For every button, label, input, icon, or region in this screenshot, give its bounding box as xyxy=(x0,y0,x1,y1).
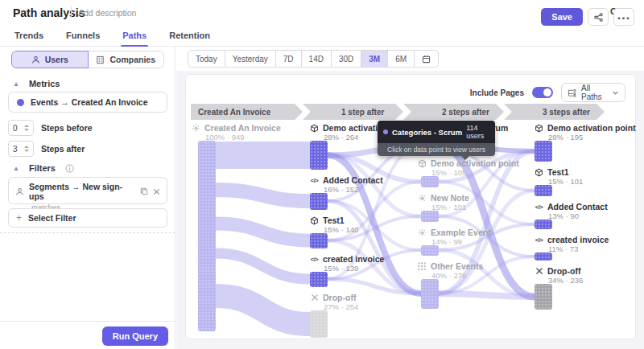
date-range-14d[interactable]: 14D xyxy=(302,50,332,68)
node-bar[interactable] xyxy=(421,176,439,187)
tab-funnels[interactable]: Funnels xyxy=(64,26,101,45)
close-icon xyxy=(153,188,160,195)
node-name: Added Contact xyxy=(547,202,608,211)
entity-toggle-companies[interactable]: Companies xyxy=(89,51,165,68)
collapse-chevron-icon: ▲ xyxy=(13,80,19,88)
node-name: Test1 xyxy=(323,216,345,225)
path-node[interactable]: </>created invoice15% · 139 xyxy=(310,254,423,287)
date-range-7d[interactable]: 7D xyxy=(276,50,302,68)
event-icon xyxy=(192,124,200,133)
path-node[interactable]: Test115% · 101 xyxy=(535,167,644,196)
path-node[interactable]: </>created invoice11% · 73 xyxy=(535,235,644,261)
node-stat: 13% · 90 xyxy=(535,211,644,220)
node-bar[interactable] xyxy=(535,253,552,261)
include-pages-toggle[interactable] xyxy=(532,87,553,98)
title-divider xyxy=(71,6,72,18)
node-bar[interactable] xyxy=(535,284,552,310)
user-icon xyxy=(31,55,40,64)
node-bar[interactable] xyxy=(310,193,328,210)
box-icon xyxy=(535,124,543,133)
date-range-today[interactable]: Today xyxy=(188,50,225,68)
run-query-button[interactable]: Run Query xyxy=(102,326,168,346)
node-bar[interactable] xyxy=(310,233,328,248)
duplicate-filter-button[interactable] xyxy=(140,187,148,195)
include-pages-label: Include Pages xyxy=(470,88,524,97)
path-node[interactable]: Drop-off34% · 236 xyxy=(535,266,644,310)
user-icon xyxy=(15,187,24,196)
node-name: Demo activation point xyxy=(547,123,636,133)
path-node[interactable]: Drop-off27% · 254 xyxy=(310,293,423,338)
date-range-yesterday[interactable]: Yesterday xyxy=(225,50,276,68)
node-bar[interactable] xyxy=(198,141,216,331)
select-filter-button[interactable]: + Select Filter xyxy=(8,208,167,228)
share-icon xyxy=(594,13,603,22)
event-icon xyxy=(418,228,427,237)
path-node[interactable]: Created An Invoice100% · 949 xyxy=(192,123,304,331)
sidebar-footer: Run Query xyxy=(0,321,175,349)
node-bar[interactable] xyxy=(535,141,552,162)
node-bar[interactable] xyxy=(535,220,552,229)
tab-retention[interactable]: Retention xyxy=(167,26,212,45)
metric-event-label: Events → Created An Invoice xyxy=(31,97,148,107)
path-node[interactable]: Test115% · 140 xyxy=(310,216,423,248)
date-range-6m[interactable]: 6M xyxy=(388,50,415,68)
path-column-1: Demo activation point28% · 264</>Added C… xyxy=(310,123,423,343)
query-sidebar: UsersCompanies ▲ Metrics Events → Create… xyxy=(0,47,175,349)
path-node[interactable]: Example Event14% · 99 xyxy=(418,228,530,256)
tab-paths[interactable]: Paths xyxy=(121,26,148,45)
node-name: New Note xyxy=(431,193,469,203)
node-bar[interactable] xyxy=(535,185,552,196)
path-node[interactable]: New Note15% · 101 xyxy=(418,193,530,222)
metrics-section-header[interactable]: ▲ Metrics xyxy=(13,79,60,88)
path-node[interactable]: </>Added Contact13% · 90 xyxy=(535,202,644,229)
steps-after-label: Steps after xyxy=(41,144,85,154)
steps-before-stepper[interactable]: 0 xyxy=(8,120,34,136)
column-header-0: Created An Invoice xyxy=(191,104,303,120)
x-icon xyxy=(535,267,543,275)
save-button[interactable]: Save xyxy=(541,8,583,26)
custom-date-button[interactable] xyxy=(415,50,439,68)
series-color-dot xyxy=(383,129,388,134)
code-icon: </> xyxy=(535,203,543,211)
node-bar[interactable] xyxy=(310,310,328,338)
node-bar[interactable] xyxy=(310,141,328,170)
box-icon xyxy=(310,124,319,133)
tab-bar: TrendsFunnelsPathsRetention xyxy=(13,24,212,46)
node-bar[interactable] xyxy=(310,272,328,287)
steps-after-value: 3 xyxy=(13,145,18,154)
node-bar[interactable] xyxy=(421,211,439,222)
entity-toggle-users[interactable]: Users xyxy=(11,51,89,68)
node-stat: 27% · 254 xyxy=(310,302,423,310)
steps-before-value: 0 xyxy=(13,124,18,133)
date-range-3m[interactable]: 3M xyxy=(361,50,388,68)
node-bar[interactable] xyxy=(421,245,439,256)
box-icon xyxy=(535,168,543,177)
tabs-row: TrendsFunnelsPathsRetention Save ... xyxy=(0,24,644,47)
filters-section-header[interactable]: ▲ Filters xyxy=(13,163,74,173)
remove-filter-button[interactable] xyxy=(153,188,160,195)
tab-trends[interactable]: Trends xyxy=(13,26,45,45)
all-paths-select[interactable]: All Paths xyxy=(561,83,625,102)
path-node[interactable]: </>Added Contact16% · 152 xyxy=(310,175,423,210)
node-stat: 100% · 949 xyxy=(192,133,304,141)
filter-item-segments[interactable]: Segments → New sign-ups matches xyxy=(8,177,167,204)
date-range-30d[interactable]: 30D xyxy=(332,50,361,68)
steps-after-stepper[interactable]: 3 xyxy=(8,141,34,157)
path-node[interactable]: Other Events40% · 276 xyxy=(418,261,530,309)
stepper-arrows-icon[interactable] xyxy=(24,146,29,152)
path-node[interactable]: Demo activation point15% · 105 xyxy=(418,158,530,187)
node-stat: 15% · 105 xyxy=(418,168,530,176)
add-description-button[interactable]: Add description xyxy=(78,8,136,18)
plus-icon: + xyxy=(16,212,22,224)
share-button[interactable] xyxy=(588,8,609,26)
building-icon xyxy=(96,55,105,64)
more-options-button[interactable]: ... xyxy=(613,8,634,26)
stepper-arrows-icon[interactable] xyxy=(24,125,29,131)
chevron-down-icon xyxy=(612,89,619,96)
path-node[interactable]: Demo activation point28% · 195 xyxy=(535,123,644,162)
node-stat: 15% · 101 xyxy=(418,203,530,211)
node-bar[interactable] xyxy=(421,279,439,309)
more-icon: ... xyxy=(617,8,630,23)
metric-event-row[interactable]: Events → Created An Invoice xyxy=(8,92,167,113)
node-name: created invoice xyxy=(547,235,609,244)
